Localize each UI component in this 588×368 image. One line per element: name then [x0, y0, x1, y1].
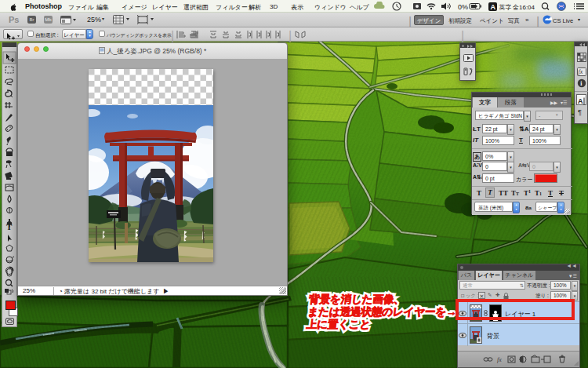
svg-text:A: A	[578, 97, 583, 105]
svg-text:0%: 0%	[458, 3, 468, 11]
svg-text:fx: fx	[579, 68, 583, 75]
svg-text:A: A	[491, 3, 496, 11]
svg-text:T: T	[6, 222, 13, 231]
svg-text:fx: fx	[497, 356, 502, 363]
svg-text:英字: 英字	[499, 4, 512, 11]
